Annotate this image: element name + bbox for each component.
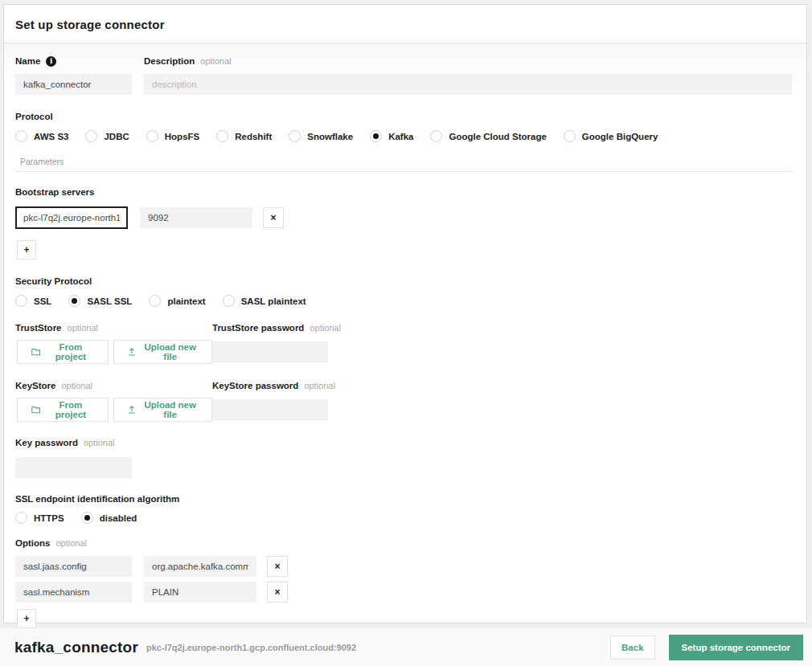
dialog-header: Set up storage connector (4, 5, 806, 43)
description-label: Description optional (144, 56, 232, 67)
name-description-row: Name i Description optional (15, 53, 794, 95)
description-field-group: Description optional (144, 53, 792, 95)
option-row: × (15, 582, 794, 603)
protocol-option-google-cloud-storage[interactable]: Google Cloud Storage (430, 130, 546, 142)
radio-icon (15, 130, 27, 142)
security-option-plaintext[interactable]: plaintext (149, 295, 205, 307)
radio-icon (430, 130, 442, 142)
keystore-label: KeyStore optional (15, 381, 92, 391)
keystore-buttons: From project Upload new file (15, 398, 212, 422)
setup-storage-connector-button[interactable]: Setup storage connector (669, 635, 803, 660)
close-icon: × (274, 586, 280, 598)
security-protocol-label: Security Protocol (15, 276, 92, 287)
protocol-option-aws-s3[interactable]: AWS S3 (15, 130, 68, 142)
option-row: × (15, 556, 794, 577)
close-icon: × (274, 561, 280, 572)
protocol-option-kafka[interactable]: Kafka (370, 130, 413, 142)
ssl-endpoint-group: SSL endpoint identification algorithm HT… (15, 491, 794, 524)
connector-address: pkc-l7q2j.europe-north1.gcp.confluent.cl… (146, 643, 356, 652)
key-password-input[interactable] (15, 457, 132, 478)
add-option-button[interactable]: + (17, 609, 36, 628)
keystore-password-group: KeyStore password optional (212, 378, 335, 422)
protocol-option-redshift[interactable]: Redshift (216, 130, 272, 142)
upload-icon (128, 405, 136, 415)
radio-selected-icon (68, 295, 80, 307)
truststore-label: TrustStore optional (15, 323, 98, 333)
protocol-option-google-bigquery[interactable]: Google BigQuery (564, 130, 658, 142)
truststore-password-group: TrustStore password optional (212, 320, 341, 364)
setup-storage-connector-dialog: Set up storage connector Name i Descript… (3, 4, 807, 623)
security-option-ssl[interactable]: SSL (15, 295, 51, 307)
radio-icon (146, 130, 158, 142)
key-password-group: Key password optional (15, 435, 794, 478)
radio-selected-icon (370, 130, 382, 142)
option-key-input[interactable] (15, 556, 132, 577)
add-bootstrap-server-button[interactable]: + (17, 240, 36, 259)
radio-icon (289, 130, 301, 142)
remove-bootstrap-server-button[interactable]: × (263, 207, 284, 228)
option-value-input[interactable] (144, 582, 256, 603)
bootstrap-port-input[interactable] (140, 207, 252, 228)
keystore-row: KeyStore optional From project Upload ne… (15, 378, 794, 422)
option-key-input[interactable] (15, 582, 132, 603)
name-label: Name i (15, 56, 56, 67)
plus-icon: + (23, 613, 29, 624)
protocol-option-snowflake[interactable]: Snowflake (289, 130, 353, 142)
radio-icon (85, 130, 97, 142)
bootstrap-servers-label: Bootstrap servers (15, 187, 94, 198)
security-protocol-radio-row: SSL SASL SSL plaintext SASL plaintext (15, 295, 794, 307)
ssl-endpoint-option-disabled[interactable]: disabled (81, 512, 137, 524)
protocol-option-jdbc[interactable]: JDBC (85, 130, 129, 142)
protocol-option-hopsfs[interactable]: HopsFS (146, 130, 199, 142)
truststore-upload-button[interactable]: Upload new file (113, 340, 213, 364)
back-button[interactable]: Back (610, 635, 655, 660)
bootstrap-servers-group: Bootstrap servers × + (15, 184, 794, 259)
plus-icon: + (23, 244, 29, 255)
bootstrap-server-row: × (15, 206, 794, 229)
description-input[interactable] (144, 74, 792, 95)
options-group: Options optional × × + (15, 535, 794, 628)
remove-option-button[interactable]: × (267, 582, 288, 603)
radio-icon (564, 130, 576, 142)
keystore-password-input[interactable] (212, 399, 328, 420)
radio-icon (216, 130, 228, 142)
radio-icon (223, 295, 235, 307)
folder-icon (31, 405, 40, 415)
security-protocol-group: Security Protocol SSL SASL SSL plaintext… (15, 273, 794, 307)
radio-icon (15, 512, 27, 524)
truststore-row: TrustStore optional From project Upload … (15, 320, 794, 364)
security-option-sasl-plaintext[interactable]: SASL plaintext (223, 295, 306, 307)
truststore-password-label: TrustStore password optional (212, 323, 341, 333)
remove-option-button[interactable]: × (267, 556, 288, 577)
dialog-title: Set up storage connector (15, 18, 792, 31)
keystore-password-label: KeyStore password optional (212, 381, 335, 391)
parameters-label: Parameters (20, 157, 64, 166)
protocol-group: Protocol AWS S3 JDBC HopsFS Redshift Sno… (15, 108, 794, 142)
protocol-radio-row: AWS S3 JDBC HopsFS Redshift Snowflake Ka… (15, 130, 794, 142)
key-password-label: Key password optional (15, 438, 115, 448)
security-option-sasl-ssl[interactable]: SASL SSL (68, 295, 132, 307)
ssl-endpoint-option-https[interactable]: HTTPS (15, 512, 64, 524)
truststore-buttons: From project Upload new file (15, 340, 212, 364)
name-input[interactable] (15, 74, 132, 95)
truststore-password-input[interactable] (212, 341, 328, 362)
parameters-divider (15, 171, 794, 172)
option-value-input[interactable] (144, 556, 256, 577)
keystore-from-project-button[interactable]: From project (17, 398, 109, 422)
radio-icon (149, 295, 161, 307)
ssl-endpoint-label: SSL endpoint identification algorithm (15, 494, 179, 505)
connector-name: kafka_connector (14, 639, 138, 656)
radio-selected-icon (81, 512, 93, 524)
name-field-group: Name i (15, 53, 144, 95)
bootstrap-host-input[interactable] (15, 206, 128, 229)
info-icon[interactable]: i (46, 56, 56, 67)
upload-icon (128, 347, 136, 357)
radio-icon (15, 295, 27, 307)
close-icon: × (270, 212, 276, 223)
options-label: Options optional (15, 538, 87, 549)
truststore-from-project-button[interactable]: From project (17, 340, 109, 364)
folder-icon (31, 347, 40, 357)
keystore-upload-button[interactable]: Upload new file (113, 398, 213, 422)
ssl-endpoint-radio-row: HTTPS disabled (15, 512, 794, 524)
keystore-group: KeyStore optional From project Upload ne… (15, 378, 212, 422)
